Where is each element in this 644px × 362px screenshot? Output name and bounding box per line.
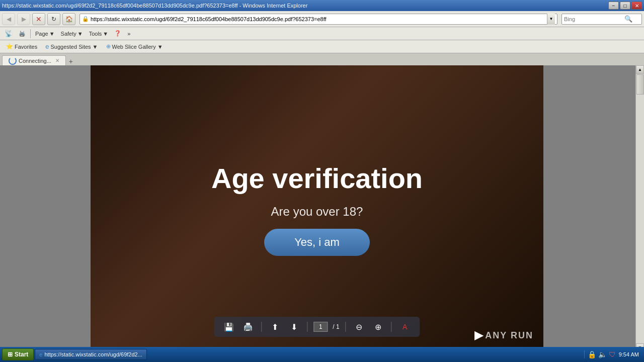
tab-row: Connecting... ✕ +: [0, 53, 644, 65]
web-slice-label: Web Slice Gallery: [112, 44, 156, 50]
pdf-print-button[interactable]: 🖨️: [241, 320, 255, 334]
pdf-zoom-out-button[interactable]: ⊖: [352, 320, 366, 334]
printer-icon: 🖨️: [19, 30, 26, 37]
pdf-left-margin: [0, 65, 91, 352]
address-input[interactable]: [91, 16, 547, 22]
help-icon: ❓: [114, 30, 121, 37]
shield-tray-icon: 🛡: [609, 350, 616, 358]
tools-menu-arrow: ▼: [103, 31, 108, 37]
web-slice-icon: ⊕: [106, 43, 111, 50]
safety-menu[interactable]: Safety ▼: [58, 28, 86, 39]
taskbar-ie-item[interactable]: e https://static.wixstatic.com/ugd/69f2d…: [35, 349, 147, 360]
age-verification-subtitle: Are you over 18?: [271, 205, 363, 219]
pdf-next-button[interactable]: ⬇: [287, 320, 301, 334]
close-button[interactable]: ✕: [631, 2, 642, 10]
taskbar-ie-label: https://static.wixstatic.com/ugd/69f2d2.…: [44, 351, 142, 357]
pdf-toolbar-sep-1: [261, 322, 262, 332]
pdf-area: Age verification Are you over 18? Yes, i…: [0, 65, 635, 352]
tab-label: Connecting...: [19, 58, 51, 64]
start-label: Start: [15, 351, 28, 358]
pdf-zoom-in-button[interactable]: ⊕: [371, 320, 385, 334]
help-button[interactable]: ❓: [112, 28, 124, 39]
suggested-sites-arrow: ▼: [93, 44, 98, 50]
sound-tray-icon: 🔈: [598, 350, 607, 358]
toolbar-left: 📡 🖨️ Page ▼ Safety ▼ Tools ▼ ❓ »: [2, 28, 133, 39]
search-button[interactable]: 🔍: [624, 15, 632, 23]
pdf-toolbar-sep-4: [391, 322, 392, 332]
new-tab-button[interactable]: +: [66, 57, 76, 65]
address-bar-container: 🔒 ▼: [79, 14, 557, 25]
favorites-button[interactable]: ⭐ Favorites: [4, 42, 39, 51]
favorites-bar: ⭐ Favorites e Suggested Sites ▼ ⊕ Web Sl…: [0, 40, 644, 53]
system-tray: 🔒 🔈 🛡: [588, 350, 616, 358]
tab-loading-spinner: [9, 57, 17, 65]
network-tray-icon: 🔒: [588, 350, 596, 358]
rss-button[interactable]: 📡: [2, 28, 15, 39]
pdf-page-total: / 1: [333, 323, 339, 330]
suggested-sites[interactable]: e Suggested Sites ▼: [43, 42, 100, 51]
taskbar-ie-icon: e: [39, 351, 42, 357]
star-icon: ⭐: [6, 43, 13, 50]
clock: 9:54 AM: [619, 351, 639, 357]
minimize-button[interactable]: −: [608, 2, 619, 10]
pdf-acrobat-button[interactable]: A: [398, 320, 412, 334]
suggested-sites-label: Suggested Sites: [50, 44, 91, 50]
scroll-up-button[interactable]: ▲: [636, 65, 644, 74]
home-button[interactable]: 🏠: [62, 13, 75, 25]
pdf-toolbar-sep-2: [307, 322, 307, 332]
toolbar-sep-1: [30, 29, 31, 38]
tools-menu-label: Tools: [89, 31, 102, 37]
refresh-button[interactable]: ↻: [47, 13, 60, 25]
window-title: https://static.wixstatic.com/ugd/69f2d2_…: [2, 3, 608, 9]
search-input[interactable]: [564, 16, 624, 22]
pdf-content: Age verification Are you over 18? Yes, i…: [91, 65, 543, 352]
address-dropdown[interactable]: ▼: [547, 14, 555, 25]
age-verification-title: Age verification: [211, 162, 423, 195]
web-slice-gallery[interactable]: ⊕ Web Slice Gallery ▼: [104, 42, 165, 51]
scroll-thumb[interactable]: [636, 74, 644, 95]
yes-i-am-button[interactable]: Yes, i am: [264, 229, 370, 256]
pdf-page-number-input[interactable]: [313, 322, 328, 332]
ssl-icon: 🔒: [82, 16, 89, 22]
anyrun-play-icon: ▶: [474, 329, 483, 342]
tools-menu[interactable]: Tools ▼: [87, 28, 111, 39]
pdf-right-margin: [543, 65, 635, 352]
anyrun-watermark: ▶ ANY RUN: [474, 329, 533, 342]
web-slice-arrow: ▼: [157, 44, 163, 50]
page-menu-arrow: ▼: [49, 31, 55, 37]
active-tab[interactable]: Connecting... ✕: [2, 55, 66, 65]
pdf-bottom-toolbar: 💾 🖨️ ⬆ ⬇ / 1 ⊖ ⊕ A: [214, 317, 420, 337]
expand-icon: »: [127, 31, 130, 37]
toolbar-row: 📡 🖨️ Page ▼ Safety ▼ Tools ▼ ❓ »: [0, 27, 644, 40]
safety-menu-label: Safety: [61, 31, 76, 37]
search-container: 🔍: [561, 14, 642, 25]
forward-button[interactable]: ▶: [17, 13, 30, 25]
pdf-prev-button[interactable]: ⬆: [268, 320, 282, 334]
rss-icon: 📡: [5, 30, 13, 37]
stop-button[interactable]: ✕: [32, 13, 45, 25]
scroll-track: [636, 74, 644, 343]
restore-button[interactable]: □: [620, 2, 630, 10]
taskbar: ⊞ Start e https://static.wixstatic.com/u…: [0, 347, 644, 362]
start-button[interactable]: ⊞ Start: [2, 348, 34, 360]
scrollbar: ▲ ▼: [635, 65, 644, 352]
title-bar: https://static.wixstatic.com/ugd/69f2d2_…: [0, 0, 644, 11]
navigation-bar: ◀ ▶ ✕ ↻ 🏠 🔒 ▼ 🔍: [0, 11, 644, 27]
favorites-label: Favorites: [15, 44, 37, 50]
printer-button[interactable]: 🖨️: [16, 28, 28, 39]
page-menu-label: Page: [35, 31, 48, 37]
pdf-save-button[interactable]: 💾: [222, 320, 236, 334]
main-content: Age verification Are you over 18? Yes, i…: [0, 65, 644, 352]
ie-favicon: e: [45, 43, 49, 50]
back-button[interactable]: ◀: [2, 13, 15, 25]
windows-icon: ⊞: [8, 351, 13, 358]
pdf-toolbar-sep-3: [346, 322, 346, 332]
pdf-page: Age verification Are you over 18? Yes, i…: [91, 65, 543, 352]
safety-menu-arrow: ▼: [77, 31, 83, 37]
window-controls[interactable]: − □ ✕: [608, 2, 642, 10]
tab-close-icon[interactable]: ✕: [55, 58, 59, 63]
taskbar-right: 🔒 🔈 🛡 9:54 AM: [584, 350, 642, 358]
expand-button[interactable]: »: [125, 28, 133, 39]
anyrun-text: ANY RUN: [485, 330, 533, 341]
page-menu[interactable]: Page ▼: [33, 28, 57, 39]
